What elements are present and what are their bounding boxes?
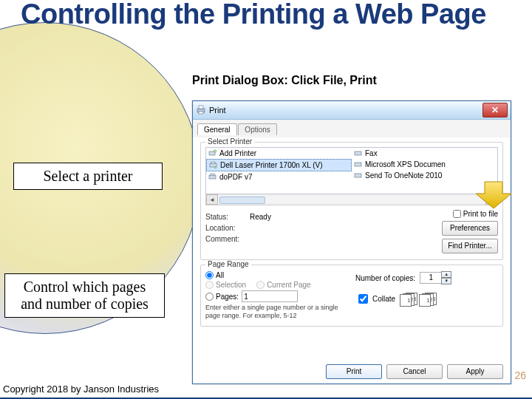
- status-label: Status:: [205, 213, 241, 221]
- svg-rect-12: [355, 174, 361, 177]
- group-title-select-printer: Select Printer: [205, 137, 254, 146]
- printer-icon: [354, 171, 363, 180]
- printer-item-dell[interactable]: Dell Laser Printer 1700n XL (V): [206, 159, 352, 171]
- printer-label: doPDF v7: [219, 173, 252, 181]
- radio-selection-label: Selection: [216, 281, 246, 289]
- scroll-thumb[interactable]: [219, 197, 265, 204]
- copies-spinner[interactable]: 1 ▲▼: [420, 271, 451, 284]
- cancel-button[interactable]: Cancel: [386, 364, 443, 379]
- printer-icon: [208, 173, 217, 181]
- page-number: 26: [514, 369, 526, 381]
- pages-hint: Enter either a single page number or a s…: [205, 304, 338, 320]
- printer-item-onenote[interactable]: Send To OneNote 2010: [352, 170, 497, 181]
- close-icon: ✕: [491, 106, 499, 115]
- printer-icon: [196, 105, 206, 115]
- add-printer-icon: [208, 149, 217, 157]
- svg-rect-1: [199, 106, 203, 109]
- close-button[interactable]: ✕: [482, 103, 508, 117]
- print-to-file-checkbox[interactable]: Print to file: [453, 210, 498, 218]
- titlebar: Print ✕: [193, 101, 511, 120]
- svg-rect-2: [199, 112, 203, 114]
- callout-page-copies: Control which pages and number of copies: [4, 273, 165, 318]
- printer-icon: [209, 161, 218, 169]
- radio-pages-label: Pages:: [216, 293, 239, 301]
- printer-label: Microsoft XPS Documen: [365, 160, 446, 168]
- find-printer-button[interactable]: Find Printer...: [442, 239, 498, 253]
- callout-select-printer: Select a printer: [13, 163, 163, 190]
- printer-label: Dell Laser Printer 1700n XL (V): [220, 161, 323, 169]
- radio-all[interactable]: All: [205, 271, 224, 279]
- printer-item-fax[interactable]: Fax: [352, 148, 497, 159]
- radio-current-page[interactable]: Current Page: [256, 281, 310, 289]
- dialog-footer: Print Cancel Apply: [326, 364, 503, 379]
- radio-pages[interactable]: Pages:: [205, 293, 239, 301]
- collate-checkbox[interactable]: Collate: [355, 292, 395, 306]
- svg-rect-9: [211, 174, 214, 175]
- printer-icon: [354, 160, 363, 168]
- preferences-button[interactable]: Preferences: [442, 221, 498, 236]
- location-label: Location:: [205, 224, 241, 232]
- tab-strip: General Options: [193, 120, 511, 137]
- radio-current-label: Current Page: [267, 281, 310, 289]
- radio-selection[interactable]: Selection: [205, 281, 246, 289]
- copyright: Copyright 2018 by Janson Industries: [3, 383, 159, 395]
- scroll-left-arrow-icon[interactable]: ◄: [206, 194, 218, 205]
- tab-general[interactable]: General: [197, 123, 237, 135]
- print-dialog: Print ✕ General Options Select Printer A…: [192, 100, 511, 384]
- annotation-arrow: [470, 180, 513, 210]
- copies-value: 1: [420, 272, 441, 284]
- printer-label: Fax: [365, 149, 378, 157]
- status-value: Ready: [250, 213, 271, 221]
- printer-item-add[interactable]: Add Printer: [206, 148, 352, 159]
- printer-item-xps[interactable]: Microsoft XPS Documen: [352, 159, 497, 170]
- svg-rect-11: [355, 163, 361, 166]
- print-button[interactable]: Print: [326, 364, 382, 379]
- slide-title: Controlling the Printing a Web Page: [21, 0, 486, 30]
- printer-icon: [354, 149, 363, 157]
- spin-down-icon[interactable]: ▼: [441, 278, 451, 284]
- printer-label: Send To OneNote 2010: [365, 171, 442, 180]
- group-title-page-range: Page Range: [205, 260, 251, 268]
- printer-label: Add Printer: [219, 149, 256, 157]
- svg-rect-6: [211, 162, 215, 163]
- copies-label: Number of copies:: [355, 274, 415, 282]
- group-page-range: Page Range All Selection Current Page Pa…: [200, 265, 503, 327]
- dialog-title: Print: [209, 106, 226, 115]
- printer-list[interactable]: Add Printer Dell Laser Printer 1700n XL …: [205, 147, 498, 194]
- tab-options[interactable]: Options: [238, 123, 276, 135]
- spin-up-icon[interactable]: ▲: [441, 271, 451, 278]
- pages-input[interactable]: [242, 290, 298, 302]
- printer-list-hscroll[interactable]: ◄ ►: [205, 194, 498, 205]
- radio-all-label: All: [216, 271, 224, 279]
- print-to-file-label: Print to file: [463, 210, 498, 218]
- comment-label: Comment:: [205, 235, 241, 243]
- collate-label: Collate: [372, 295, 395, 303]
- group-select-printer: Select Printer Add Printer Dell Laser Pr…: [200, 142, 503, 260]
- collate-icon: 123 123: [400, 293, 435, 306]
- apply-button[interactable]: Apply: [447, 364, 503, 379]
- svg-rect-8: [209, 175, 216, 179]
- slide-caption: Print Dialog Box: Click File, Print: [192, 74, 377, 87]
- svg-rect-10: [355, 151, 361, 155]
- printer-item-dopdf[interactable]: doPDF v7: [206, 171, 352, 183]
